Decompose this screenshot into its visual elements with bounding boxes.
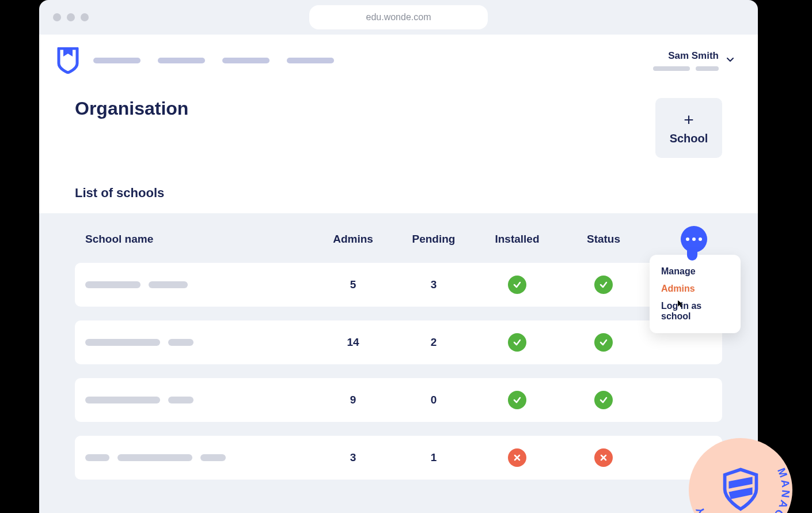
- traffic-light-maximize[interactable]: [81, 13, 89, 21]
- table-row[interactable]: 53: [75, 263, 722, 307]
- table-row[interactable]: 90: [75, 378, 722, 422]
- shield-icon: [718, 467, 764, 513]
- user-sub-1: [653, 66, 690, 71]
- school-name-placeholder: [85, 454, 109, 461]
- schools-table: School name Admins Pending Installed Sta…: [39, 213, 758, 513]
- col-header-status: Status: [560, 233, 647, 246]
- cross-icon: [594, 448, 613, 467]
- popover-item-log-in-as-school[interactable]: Log in as school: [661, 297, 729, 325]
- cell-status: [560, 391, 647, 409]
- nav-item-2[interactable]: [158, 58, 205, 63]
- table-row[interactable]: 142: [75, 320, 722, 364]
- cell-pending: 2: [393, 336, 474, 349]
- plus-icon: +: [684, 111, 694, 129]
- cell-installed: [474, 391, 560, 409]
- chevron-down-icon: [726, 55, 735, 66]
- cell-pending: 1: [393, 451, 474, 464]
- check-icon: [508, 391, 526, 409]
- check-icon: [594, 391, 613, 409]
- manage-securely-badge: MANAGE SECURELY: [689, 438, 792, 513]
- school-name-placeholder: [85, 339, 160, 346]
- actions-popover: ManageAdminsLog in as school: [650, 255, 741, 333]
- cell-status: [560, 448, 647, 467]
- cell-installed: [474, 448, 560, 467]
- col-header-name: School name: [85, 233, 313, 246]
- nav-item-1[interactable]: [93, 58, 141, 63]
- user-sub-2: [696, 66, 719, 71]
- popover-item-admins[interactable]: Admins: [661, 280, 729, 297]
- traffic-light-minimize[interactable]: [67, 13, 75, 21]
- add-school-label: School: [670, 132, 708, 145]
- check-icon: [508, 333, 526, 352]
- school-name-placeholder: [168, 397, 193, 403]
- nav-item-3[interactable]: [222, 58, 270, 63]
- traffic-lights: [53, 13, 89, 21]
- url-bar[interactable]: edu.wonde.com: [309, 5, 488, 29]
- logo[interactable]: [56, 47, 79, 74]
- check-icon: [508, 276, 526, 294]
- add-school-button[interactable]: + School: [655, 98, 722, 158]
- page-title: Organisation: [75, 98, 188, 119]
- col-header-admins: Admins: [313, 233, 393, 246]
- subtitle: List of schools: [75, 186, 722, 201]
- school-name-placeholder: [117, 454, 192, 461]
- cross-icon: [508, 448, 526, 467]
- school-name-placeholder: [200, 454, 226, 461]
- cell-status: [560, 333, 647, 352]
- cell-admins: 14: [313, 336, 393, 349]
- cell-installed: [474, 333, 560, 352]
- school-name-placeholder: [85, 397, 160, 403]
- user-menu[interactable]: Sam Smith: [653, 50, 735, 71]
- cell-status: [560, 276, 647, 294]
- check-icon: [594, 276, 613, 294]
- check-icon: [594, 333, 613, 352]
- traffic-light-close[interactable]: [53, 13, 61, 21]
- cell-pending: 0: [393, 394, 474, 406]
- cell-pending: 3: [393, 278, 474, 291]
- nav-item-4[interactable]: [287, 58, 334, 63]
- popover-item-manage[interactable]: Manage: [661, 263, 729, 280]
- col-header-pending: Pending: [393, 233, 474, 246]
- school-name-placeholder: [149, 281, 188, 288]
- table-row[interactable]: 31: [75, 436, 722, 480]
- cell-admins: 5: [313, 278, 393, 291]
- col-header-installed: Installed: [474, 233, 560, 246]
- school-name-placeholder: [85, 281, 141, 288]
- topbar: Sam Smith: [39, 35, 758, 86]
- cell-admins: 9: [313, 394, 393, 406]
- cell-installed: [474, 276, 560, 294]
- user-name: Sam Smith: [668, 50, 719, 62]
- more-button[interactable]: [681, 226, 707, 252]
- school-name-placeholder: [168, 339, 193, 346]
- browser-chrome: edu.wonde.com: [39, 0, 758, 35]
- nav: [93, 58, 334, 63]
- cell-admins: 3: [313, 451, 393, 464]
